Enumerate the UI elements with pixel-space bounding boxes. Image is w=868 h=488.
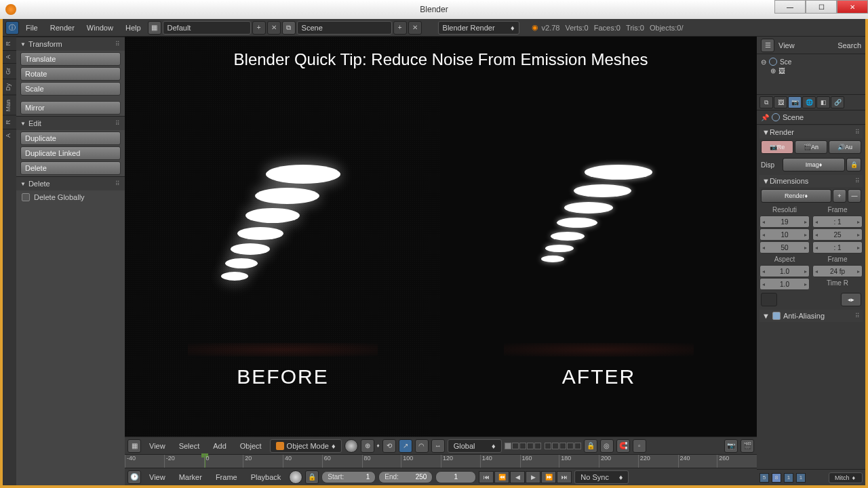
pivot-chevron-icon[interactable]: ♦ <box>377 443 380 449</box>
frame-indicator-0[interactable]: 5 <box>760 473 769 483</box>
frame-indicator-1[interactable]: 8 <box>772 473 781 483</box>
next-key-button[interactable]: ⏩ <box>541 471 556 483</box>
rotate-button[interactable]: Rotate <box>20 67 121 81</box>
viewport-3d[interactable]: Blender Quick Tip: Reduce Noise From Emi… <box>125 37 757 436</box>
window-close-button[interactable]: ✕ <box>837 0 868 14</box>
window-minimize-button[interactable]: — <box>774 0 806 14</box>
vtab-5[interactable]: R <box>3 115 16 129</box>
render-panel-header[interactable]: ▼Render⠿ <box>760 126 863 138</box>
current-frame-field[interactable]: 1 <box>435 471 476 483</box>
sync-dropdown[interactable]: No Sync♦ <box>574 470 629 484</box>
lock-range-icon[interactable]: 🔒 <box>305 470 319 484</box>
delete-globally-row[interactable]: Delete Globally <box>16 190 125 204</box>
pivot-icon[interactable]: ⊕ <box>361 439 374 453</box>
vhdr-add[interactable]: Add <box>208 439 232 453</box>
editor-type-icon[interactable]: ⓘ <box>5 21 19 35</box>
jump-end-button[interactable]: ⏭ <box>557 471 572 483</box>
remap-old-field[interactable]: ◂▸ <box>841 293 861 306</box>
vtab-0[interactable]: R <box>3 37 16 50</box>
render-opengl-anim-icon[interactable]: 🎬 <box>741 439 754 453</box>
add-layout-button[interactable]: + <box>252 21 266 35</box>
layer-buttons[interactable] <box>505 443 581 449</box>
render-opengl-icon[interactable]: 📷 <box>724 439 738 453</box>
snap-element-icon[interactable]: ▫ <box>633 439 646 453</box>
ptab-world[interactable]: 🌐 <box>802 96 816 108</box>
render-audio-button[interactable]: 🔊Au <box>829 140 861 154</box>
vtab-3[interactable]: Dy <box>3 79 16 95</box>
ptab-scene[interactable]: 📷 <box>788 96 802 108</box>
dimensions-panel-header[interactable]: ▼Dimensions⠿ <box>760 175 863 187</box>
prev-key-button[interactable]: ⏪ <box>494 471 509 483</box>
tl-view[interactable]: View <box>144 470 171 484</box>
frame-end-field[interactable]: 25 <box>812 228 863 241</box>
remove-preset-button[interactable]: — <box>848 189 861 203</box>
aa-checkbox[interactable] <box>772 312 781 320</box>
add-preset-button[interactable]: + <box>833 189 846 203</box>
scene-dropdown[interactable]: Scene <box>297 21 392 35</box>
vtab-2[interactable]: Gr <box>3 63 16 79</box>
aspect-x-field[interactable]: 1.0 <box>760 265 810 277</box>
vhdr-object[interactable]: Object <box>235 439 267 453</box>
ptab-layers[interactable]: 🖼 <box>774 96 787 108</box>
orientation-dropdown[interactable]: Global♦ <box>448 439 502 453</box>
delete-layout-button[interactable]: ✕ <box>267 21 281 35</box>
panel-edit-header[interactable]: ▼Edit⠿ <box>16 117 125 130</box>
ptab-object[interactable]: ◧ <box>816 96 830 108</box>
outliner-view[interactable]: View <box>778 41 795 49</box>
play-reverse-button[interactable]: ◀ <box>510 471 525 483</box>
panel-delete-header[interactable]: ▼Delete⠿ <box>16 177 125 190</box>
end-frame-field[interactable]: End:250 <box>378 471 433 483</box>
menu-help[interactable]: Help <box>120 21 146 35</box>
frame-indicator-3[interactable]: 1 <box>796 473 806 483</box>
manipulator-toggle-icon[interactable]: ⟲ <box>382 439 396 453</box>
delete-button[interactable]: Delete <box>20 161 121 175</box>
manipulator-translate-icon[interactable]: ↗ <box>399 439 412 453</box>
window-maximize-button[interactable]: ☐ <box>806 0 837 14</box>
fps-field[interactable]: 24 fp <box>812 265 863 277</box>
proportional-icon[interactable]: ◎ <box>600 439 614 453</box>
mirror-button[interactable]: Mirror <box>20 101 121 115</box>
add-scene-button[interactable]: + <box>393 21 407 35</box>
play-button[interactable]: ▶ <box>526 471 540 483</box>
tl-frame[interactable]: Frame <box>210 470 243 484</box>
vtab-4[interactable]: Man <box>3 95 16 116</box>
res-y-field[interactable]: 10 <box>760 228 810 241</box>
vtab-6[interactable]: A <box>3 129 16 142</box>
shading-sphere-icon[interactable] <box>344 439 358 453</box>
menu-file[interactable]: File <box>20 21 43 35</box>
translate-button[interactable]: Translate <box>20 52 121 66</box>
snap-icon[interactable]: 🧲 <box>616 439 630 453</box>
res-pct-field[interactable]: 50 <box>760 241 810 253</box>
scene-browse-icon[interactable]: ⧉ <box>282 21 296 35</box>
frame-start-field[interactable]: : 1 <box>812 216 863 228</box>
lock-camera-icon[interactable]: 🔒 <box>584 439 597 453</box>
timeline-ruler[interactable]: -40 -20 0 20 40 60 80 100 120 140 160 18… <box>125 454 757 468</box>
delete-scene-button[interactable]: ✕ <box>408 21 422 35</box>
tl-marker[interactable]: Marker <box>174 470 208 484</box>
duplicate-button[interactable]: Duplicate <box>20 131 121 145</box>
menu-window[interactable]: Window <box>81 21 119 35</box>
panel-transform-header[interactable]: ▼Transform⠿ <box>16 37 125 51</box>
frame-indicator-2[interactable]: 1 <box>784 473 793 483</box>
render-anim-button[interactable]: 🎬An <box>795 140 827 154</box>
ptab-render[interactable]: ⧉ <box>760 96 773 108</box>
mode-dropdown[interactable]: Object Mode♦ <box>270 439 342 453</box>
autokey-icon[interactable] <box>289 470 302 484</box>
vhdr-select[interactable]: Select <box>174 439 205 453</box>
aa-panel-header[interactable]: ▼Anti-Aliasing⠿ <box>760 310 863 322</box>
jump-start-button[interactable]: ⏮ <box>479 471 494 483</box>
manipulator-rotate-icon[interactable]: ◠ <box>415 439 429 453</box>
pin-icon[interactable]: 📌 <box>761 114 769 121</box>
scale-button[interactable]: Scale <box>20 82 121 96</box>
start-frame-field[interactable]: Start:1 <box>321 471 376 483</box>
render-engine-dropdown[interactable]: Blender Render♦ <box>438 21 519 35</box>
lock-ui-icon[interactable]: 🔒 <box>846 158 861 171</box>
back-to-previous-icon[interactable]: ▦ <box>148 21 161 35</box>
viewport-editor-type-icon[interactable]: ▦ <box>127 439 141 453</box>
delete-globally-checkbox[interactable] <box>22 193 30 201</box>
timeline-editor-type-icon[interactable]: 🕑 <box>127 470 141 484</box>
aspect-y-field[interactable]: 1.0 <box>760 278 810 290</box>
menu-render[interactable]: Render <box>45 21 80 35</box>
outliner-editor-type-icon[interactable]: ☰ <box>761 39 774 52</box>
outliner-search[interactable]: Search <box>837 41 861 49</box>
